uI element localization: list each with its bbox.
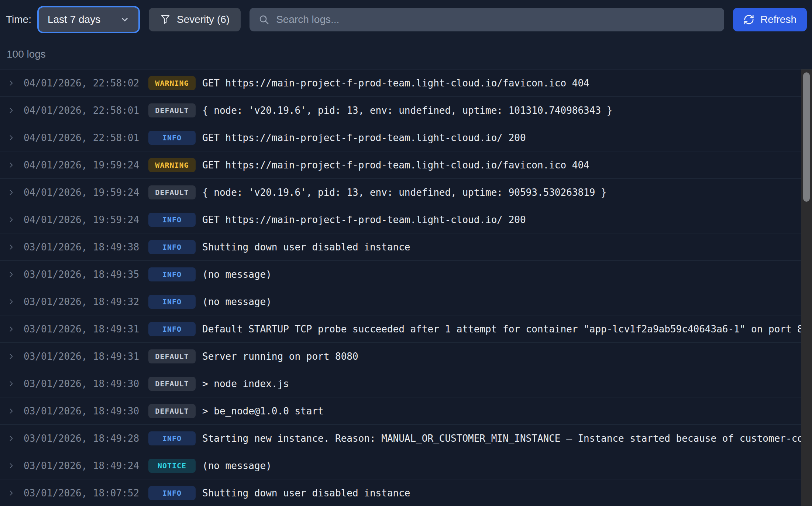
chevron-right-icon[interactable] [7, 271, 15, 278]
log-row[interactable]: 04/01/2026, 22:58:01 INFO GET https://ma… [0, 124, 801, 151]
severity-badge: WARNING [148, 76, 196, 90]
scrollbar[interactable] [801, 69, 812, 506]
log-row[interactable]: 03/01/2026, 18:07:52 INFO Shutting down … [0, 479, 801, 506]
log-timestamp: 04/01/2026, 19:59:24 [24, 160, 142, 171]
refresh-icon [743, 14, 754, 25]
chevron-right-icon[interactable] [7, 107, 15, 114]
log-message: (no message) [202, 296, 801, 307]
refresh-button[interactable]: Refresh [733, 8, 807, 31]
chevron-right-icon[interactable] [7, 161, 15, 169]
log-row[interactable]: 03/01/2026, 18:49:28 INFO Starting new i… [0, 425, 801, 452]
log-message: GET https://main-project-f-prod-team.lig… [202, 132, 801, 143]
chevron-right-icon[interactable] [7, 298, 15, 305]
log-message: Shutting down user disabled instance [202, 242, 801, 253]
log-row[interactable]: 03/01/2026, 18:49:30 DEFAULT > node inde… [0, 370, 801, 397]
log-message: GET https://main-project-f-prod-team.lig… [202, 78, 801, 89]
log-area: 04/01/2026, 22:58:02 WARNING GET https:/… [0, 69, 812, 506]
log-row[interactable]: 03/01/2026, 18:49:24 NOTICE (no message) [0, 452, 801, 479]
log-row[interactable]: 03/01/2026, 18:49:31 INFO Default STARTU… [0, 315, 801, 343]
log-timestamp: 03/01/2026, 18:49:31 [24, 324, 142, 335]
toolbar: Time: Last 7 days Severity (6) Refresh [0, 0, 812, 39]
severity-badge: DEFAULT [148, 103, 196, 117]
log-message: { node: 'v20.19.6', pid: 13, env: undefi… [202, 187, 801, 198]
log-message: > node index.js [202, 378, 801, 389]
log-timestamp: 03/01/2026, 18:49:24 [24, 460, 142, 471]
log-timestamp: 04/01/2026, 19:59:24 [24, 214, 142, 225]
log-row[interactable]: 03/01/2026, 18:49:31 DEFAULT Server runn… [0, 343, 801, 370]
chevron-right-icon[interactable] [7, 243, 15, 251]
log-timestamp: 04/01/2026, 22:58:01 [24, 105, 142, 116]
severity-badge: INFO [148, 131, 196, 145]
time-range-value: Last 7 days [48, 14, 100, 25]
filter-icon [160, 14, 171, 25]
log-timestamp: 03/01/2026, 18:49:35 [24, 269, 142, 280]
severity-filter-button[interactable]: Severity (6) [149, 8, 241, 31]
log-timestamp: 04/01/2026, 22:58:02 [24, 78, 142, 89]
log-message: (no message) [202, 269, 801, 280]
severity-badge: DEFAULT [148, 185, 196, 199]
refresh-label: Refresh [760, 14, 796, 25]
log-message: > be_node@1.0.0 start [202, 406, 801, 417]
severity-badge: INFO [148, 267, 196, 281]
log-timestamp: 03/01/2026, 18:49:28 [24, 433, 142, 444]
chevron-right-icon[interactable] [7, 489, 15, 497]
log-row[interactable]: 03/01/2026, 18:49:35 INFO (no message) [0, 261, 801, 288]
chevron-right-icon[interactable] [7, 435, 15, 442]
logs-count: 100 logs [0, 39, 812, 69]
log-message: (no message) [202, 460, 801, 471]
severity-badge: INFO [148, 322, 196, 336]
log-message: Starting new instance. Reason: MANUAL_OR… [202, 433, 801, 444]
search-box[interactable] [250, 8, 724, 31]
log-message: GET https://main-project-f-prod-team.lig… [202, 160, 801, 171]
log-row[interactable]: 04/01/2026, 19:59:24 WARNING GET https:/… [0, 151, 801, 179]
log-timestamp: 03/01/2026, 18:49:30 [24, 378, 142, 389]
log-timestamp: 03/01/2026, 18:07:52 [24, 488, 142, 499]
chevron-right-icon[interactable] [7, 216, 15, 223]
log-row[interactable]: 03/01/2026, 18:49:38 INFO Shutting down … [0, 233, 801, 261]
log-timestamp: 04/01/2026, 19:59:24 [24, 187, 142, 198]
chevron-right-icon[interactable] [7, 134, 15, 141]
chevron-down-icon [120, 15, 130, 24]
severity-badge: INFO [148, 213, 196, 227]
log-timestamp: 03/01/2026, 18:49:32 [24, 296, 142, 307]
severity-filter-label: Severity (6) [177, 14, 230, 25]
chevron-right-icon[interactable] [7, 380, 15, 387]
chevron-right-icon[interactable] [7, 353, 15, 360]
chevron-right-icon[interactable] [7, 462, 15, 469]
log-message: { node: 'v20.19.6', pid: 13, env: undefi… [202, 105, 801, 116]
search-icon [258, 14, 269, 25]
severity-badge: INFO [148, 431, 196, 445]
log-timestamp: 03/01/2026, 18:49:31 [24, 351, 142, 362]
chevron-right-icon[interactable] [7, 189, 15, 196]
chevron-right-icon[interactable] [7, 79, 15, 87]
severity-badge: DEFAULT [148, 349, 196, 363]
severity-badge: NOTICE [148, 459, 196, 473]
time-label: Time: [6, 14, 31, 25]
log-row[interactable]: 04/01/2026, 22:58:01 DEFAULT { node: 'v2… [0, 97, 801, 124]
log-row[interactable]: 03/01/2026, 18:49:32 INFO (no message) [0, 288, 801, 315]
severity-badge: INFO [148, 486, 196, 500]
log-timestamp: 03/01/2026, 18:49:30 [24, 406, 142, 417]
log-row[interactable]: 03/01/2026, 18:49:30 DEFAULT > be_node@1… [0, 397, 801, 425]
search-input[interactable] [276, 14, 715, 25]
log-timestamp: 03/01/2026, 18:49:38 [24, 242, 142, 253]
log-message: Server running on port 8080 [202, 351, 801, 362]
severity-badge: INFO [148, 240, 196, 254]
log-row[interactable]: 04/01/2026, 19:59:24 DEFAULT { node: 'v2… [0, 179, 801, 206]
chevron-right-icon[interactable] [7, 407, 15, 415]
severity-badge: WARNING [148, 158, 196, 172]
severity-badge: DEFAULT [148, 404, 196, 418]
severity-badge: DEFAULT [148, 377, 196, 391]
log-list: 04/01/2026, 22:58:02 WARNING GET https:/… [0, 69, 801, 506]
log-message: Default STARTUP TCP probe succeeded afte… [202, 324, 801, 335]
log-row[interactable]: 04/01/2026, 19:59:24 INFO GET https://ma… [0, 206, 801, 233]
log-message: Shutting down user disabled instance [202, 488, 801, 499]
time-range-select[interactable]: Last 7 days [37, 6, 140, 33]
log-timestamp: 04/01/2026, 22:58:01 [24, 132, 142, 143]
chevron-right-icon[interactable] [7, 325, 15, 333]
log-message: GET https://main-project-f-prod-team.lig… [202, 214, 801, 225]
log-row[interactable]: 04/01/2026, 22:58:02 WARNING GET https:/… [0, 69, 801, 97]
severity-badge: INFO [148, 295, 196, 309]
scrollbar-thumb[interactable] [803, 72, 810, 202]
